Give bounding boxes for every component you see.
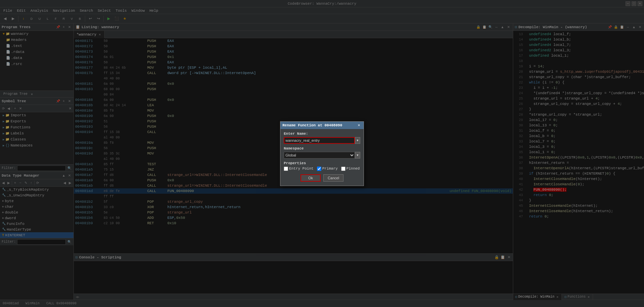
modal-properties-label: Properties	[284, 161, 360, 165]
modal-body: Enter Name: ▼ Namespace Global ▼ Propert…	[280, 129, 364, 186]
modal-name-label: Enter Name:	[284, 132, 360, 136]
modal-overlay: Rename Function at 00408090 ✕ Enter Name…	[0, 0, 644, 307]
modal-ok-button[interactable]: Ok	[301, 174, 321, 182]
entry-point-checkbox[interactable]	[284, 167, 288, 171]
modal-name-row: ▼	[284, 137, 360, 144]
entry-point-row: Entry Point	[284, 167, 314, 171]
modal-props-row: Entry Point Primary Pinned	[284, 167, 360, 171]
entry-point-label: Entry Point	[289, 167, 314, 171]
modal-cancel-button[interactable]: Cancel	[323, 174, 343, 182]
modal-name-input[interactable]	[284, 137, 355, 144]
pinned-checkbox[interactable]	[341, 167, 345, 171]
pinned-label: Pinned	[346, 167, 360, 171]
modal-namespace-row: Global ▼	[284, 152, 360, 159]
modal-namespace-select[interactable]: Global	[284, 152, 355, 159]
modal-title-bar: Rename Function at 00408090 ✕	[280, 122, 364, 129]
primary-row: Primary	[317, 167, 338, 171]
modal-close-button[interactable]: ✕	[356, 123, 362, 128]
modal-dropdown-btn[interactable]: ▼	[355, 137, 360, 144]
primary-label: Primary	[322, 167, 338, 171]
modal-namespace-label: Namespace	[284, 146, 360, 150]
modal-namespace-dropdown[interactable]: ▼	[355, 152, 360, 159]
modal-buttons: Ok Cancel	[284, 174, 360, 183]
pinned-row: Pinned	[341, 167, 360, 171]
primary-checkbox[interactable]	[317, 167, 321, 171]
modal-title: Rename Function at 00408090	[282, 123, 342, 127]
rename-function-dialog: Rename Function at 00408090 ✕ Enter Name…	[280, 121, 364, 186]
